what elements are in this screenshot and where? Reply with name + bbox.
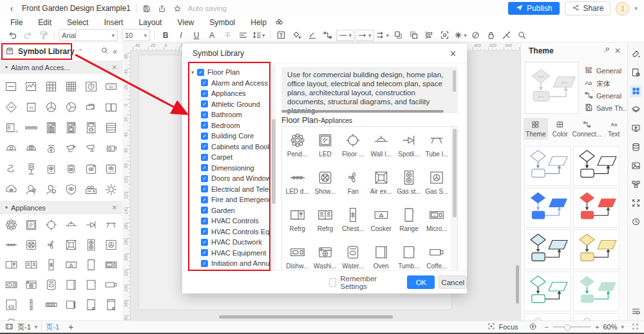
symbols-scrollbar[interactable]	[451, 127, 457, 270]
theme-setting-general[interactable]: General	[584, 91, 621, 101]
fullscreen-icon[interactable]	[632, 323, 639, 331]
checklist-item[interactable]: ✓HVAC Equipment	[201, 248, 270, 259]
theme-grid-blue-icon[interactable]	[630, 85, 642, 97]
zoom-slider[interactable]	[553, 326, 591, 328]
effects-button[interactable]: ▾	[453, 30, 468, 41]
close-section-icon[interactable]: ✕	[112, 64, 117, 71]
symbol-wave[interactable]	[21, 76, 41, 97]
dialog-symbol-airex[interactable]: Air ex...	[367, 165, 395, 203]
dialog-symbol-water[interactable]: Water...	[339, 240, 367, 271]
checklist-root-floor-plan[interactable]: ▾✓Floor Plan	[191, 67, 270, 78]
symbol-meter[interactable]: M	[1, 117, 21, 138]
symbol-gasS[interactable]	[101, 235, 121, 255]
dialog-symbol-oven[interactable]: Oven	[367, 240, 395, 271]
dialog-symbol-washer[interactable]: Washi...	[311, 240, 339, 271]
zoom-slider-knob[interactable]	[564, 324, 571, 331]
symbol-walllight[interactable]	[61, 215, 81, 235]
symbol-panel[interactable]	[1, 76, 21, 97]
checkbox-checked[interactable]: ✓	[201, 122, 208, 129]
dialog-symbol-dishw[interactable]: Dishw...	[283, 240, 311, 271]
symbol-pie3[interactable]	[61, 97, 81, 117]
symbol-grid3[interactable]	[41, 76, 61, 97]
checklist-item[interactable]: ✓Bathroom	[201, 109, 270, 120]
expand-arrows-icon[interactable]	[630, 197, 642, 209]
symbol-cab1[interactable]	[81, 295, 101, 315]
canvas-hscrollbar[interactable]	[219, 315, 393, 319]
theme-tab-color[interactable]: Color	[548, 118, 573, 140]
checkbox-checked[interactable]: ✓	[201, 111, 208, 118]
symbol-coffee[interactable]	[101, 275, 121, 295]
connector-button[interactable]	[321, 30, 335, 41]
theme-thumbnail-2[interactable]	[573, 146, 620, 186]
checkbox-checked[interactable]: ✓	[201, 164, 208, 171]
menu-edit[interactable]: Edit	[30, 18, 59, 27]
description-hscrollbar[interactable]	[281, 110, 444, 113]
symbol-clockbox[interactable]	[81, 76, 101, 97]
checklist-scrollbar[interactable]	[272, 65, 276, 270]
underline-button[interactable]: U	[189, 30, 204, 41]
symbol-water[interactable]	[41, 275, 61, 295]
canvas-vscrollbar[interactable]	[516, 265, 519, 304]
fill-color-button[interactable]	[290, 30, 304, 41]
theme-thumbnail-1[interactable]	[524, 146, 571, 186]
dialog-symbol-range[interactable]: Range	[395, 203, 422, 240]
symbol-lockeye[interactable]	[41, 158, 61, 179]
history-icon[interactable]	[630, 216, 642, 228]
remember-settings-checkbox[interactable]	[329, 278, 336, 287]
checklist-item[interactable]: ✓HVAC Controls	[201, 216, 270, 227]
italic-button[interactable]: I	[174, 30, 188, 41]
dialog-symbol-fridge2[interactable]: Refrg	[311, 203, 339, 240]
symbol-library-header[interactable]: Symbol Library ⌃ «	[0, 42, 122, 60]
symbol-fan3c[interactable]	[41, 97, 61, 117]
symbol-fridge2[interactable]	[21, 255, 41, 275]
checklist-item[interactable]: ✓Athletic Ground	[201, 99, 270, 110]
text-box-button[interactable]	[274, 30, 289, 41]
symbol-swirl[interactable]	[1, 158, 21, 179]
back-chevron-icon[interactable]: ‹	[6, 3, 17, 14]
database-icon[interactable]	[630, 141, 642, 153]
symbol-keypad2[interactable]	[61, 117, 81, 138]
org-chart-icon[interactable]	[630, 178, 642, 190]
checkbox-checked[interactable]: ✓	[201, 90, 208, 97]
dialog-symbol-gasS[interactable]: Gas S...	[423, 165, 451, 203]
menu-layout[interactable]: Layout	[131, 18, 169, 27]
page-caret-icon[interactable]: ▾	[35, 324, 38, 330]
page-selector[interactable]: 页-1	[17, 322, 31, 332]
focus-icon[interactable]	[488, 322, 495, 331]
dialog-symbol-tubelight[interactable]: Spotli...	[395, 128, 422, 165]
checkbox-checked[interactable]: ✓	[201, 228, 208, 235]
symbol-gas[interactable]: GAS	[1, 97, 21, 117]
checkbox-checked[interactable]: ✓	[201, 218, 208, 225]
checklist-item[interactable]: ✓Building Core	[201, 131, 270, 142]
symbol-cctvbox[interactable]: CCTV	[101, 158, 121, 179]
theme-setting-saveth[interactable]: Save Th...	[584, 103, 629, 113]
theme-tab-theme[interactable]: Theme	[524, 118, 548, 140]
symbol-reader[interactable]	[81, 97, 101, 117]
avatar[interactable]: 1	[616, 2, 629, 15]
description-vscrollbar[interactable]	[453, 70, 456, 92]
publish-button[interactable]: Publish	[508, 2, 560, 15]
dialog-symbol-fan[interactable]: Fan	[339, 165, 367, 203]
checklist-item[interactable]: ✓Bedroom	[201, 120, 270, 131]
checkbox-checked[interactable]: ✓	[201, 154, 208, 161]
dialog-symbol-spotlight[interactable]: Floor ...	[339, 128, 367, 165]
checklist-item[interactable]: ✓HVAC Controls Equ...	[201, 227, 270, 237]
theme-thumbnail-4[interactable]	[573, 188, 620, 228]
menu-symbol[interactable]: Symbol	[202, 18, 243, 27]
dialog-symbol-chest[interactable]: Chest...	[339, 203, 367, 240]
avatar-caret-icon[interactable]: ▾	[634, 5, 638, 12]
theme-tab-connect[interactable]: Connect...	[573, 118, 602, 140]
theme-thumbnail-8[interactable]	[573, 272, 620, 311]
pages-icon[interactable]	[5, 322, 14, 332]
search-icon[interactable]	[100, 46, 109, 57]
symbol-sd[interactable]: SD	[101, 76, 121, 97]
symbol-shower[interactable]	[21, 235, 41, 255]
checkbox-checked[interactable]: ✓	[201, 143, 208, 150]
zoom-caret-icon[interactable]: ▾	[621, 324, 624, 330]
dialog-symbol-ledchain[interactable]: LED d...	[283, 165, 311, 203]
section-header-alarm[interactable]: ▾ Alarm and Acces... ✕	[0, 60, 122, 74]
checklist-item[interactable]: ✓Garden	[201, 205, 270, 216]
menu-help[interactable]: Help	[243, 18, 274, 27]
checkbox-checked[interactable]: ✓	[201, 79, 208, 86]
theme-setting-font[interactable]: Aa宋体	[584, 79, 611, 89]
